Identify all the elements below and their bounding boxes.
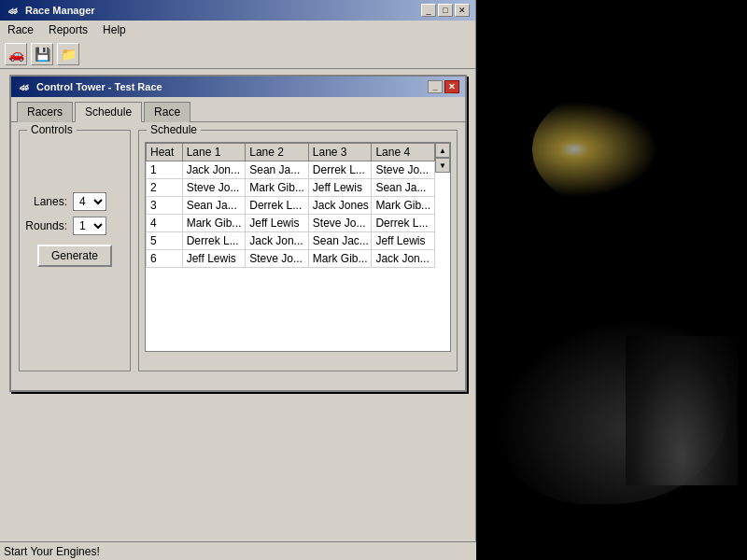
schedule-table: Heat Lane 1 Lane 2 Lane 3 Lane 4 1Jack J… [146, 143, 435, 268]
schedule-tbody: 1Jack Jon...Sean Ja...Derrek L...Steve J… [147, 161, 435, 268]
table-row: 4Mark Gib...Jeff LewisSteve Jo...Derrek … [147, 215, 435, 232]
generate-button[interactable]: Generate [37, 245, 112, 267]
table-header-row: Heat Lane 1 Lane 2 Lane 3 Lane 4 [147, 144, 435, 161]
col-lane1: Lane 1 [182, 144, 246, 161]
sub-window-control-tower: 🏎 Control Tower - Test Race _ ✕ Racers S… [9, 75, 467, 392]
scroll-up-arrow[interactable]: ▲ [435, 143, 450, 158]
cell-lane2: Derrek L... [246, 197, 309, 215]
schedule-table-wrapper: ▲ ▼ Heat Lane 1 Lane 2 Lane 3 [145, 142, 451, 352]
table-row: 3Sean Ja...Derrek L...Jack JonesMark Gib… [147, 197, 435, 215]
main-window: 🏎 Race Manager _ □ ✕ Race Reports Help 🚗… [0, 0, 476, 560]
light-glow [532, 93, 672, 205]
rounds-label: Rounds: [25, 219, 67, 232]
cell-lane4: Jack Jon... [372, 250, 435, 268]
cell-heat: 6 [147, 250, 183, 268]
toolbar-save-button[interactable]: 💾 [31, 43, 53, 65]
main-title-controls: _ □ ✕ [421, 4, 470, 17]
cell-lane1: Sean Ja... [182, 197, 246, 215]
toolbar-new-button[interactable]: 🚗 [5, 43, 27, 65]
car-body-shape [626, 336, 738, 485]
table-row: 6Jeff LewisSteve Jo...Mark Gib...Jack Jo… [147, 250, 435, 268]
cell-lane4: Mark Gib... [372, 197, 435, 215]
main-window-title: Race Manager [25, 5, 95, 16]
sub-minimize-button[interactable]: _ [428, 80, 443, 93]
cell-lane3: Jeff Lewis [308, 179, 372, 197]
menu-bar: Race Reports Help [0, 21, 475, 39]
close-button[interactable]: ✕ [455, 4, 470, 17]
schedule-panel: Schedule ▲ ▼ Heat Lane 1 [138, 130, 458, 371]
app-icon: 🏎 [6, 3, 21, 18]
cell-heat: 5 [147, 232, 183, 250]
cell-lane1: Derrek L... [182, 232, 246, 250]
cell-lane4: Sean Ja... [372, 179, 435, 197]
cell-lane2: Jack Jon... [246, 232, 309, 250]
cell-lane4: Jeff Lewis [372, 232, 435, 250]
minimize-button[interactable]: _ [421, 4, 436, 17]
cell-lane3: Steve Jo... [308, 215, 372, 232]
lanes-row: Lanes: 4 3 2 [25, 192, 124, 211]
background-dark [476, 0, 747, 560]
sub-window-title-left: 🏎 Control Tower - Test Race [17, 79, 162, 94]
status-text: Start Your Engines! [4, 545, 100, 558]
schedule-legend: Schedule [147, 123, 201, 136]
table-row: 2Steve Jo...Mark Gib...Jeff LewisSean Ja… [147, 179, 435, 197]
cell-lane2: Mark Gib... [246, 179, 309, 197]
cell-lane3: Mark Gib... [308, 250, 372, 268]
cell-lane1: Jack Jon... [182, 161, 246, 179]
menu-reports[interactable]: Reports [41, 21, 95, 38]
toolbar-open-button[interactable]: 📁 [57, 43, 79, 65]
cell-lane2: Jeff Lewis [246, 215, 309, 232]
col-lane2: Lane 2 [246, 144, 309, 161]
col-lane4: Lane 4 [372, 144, 435, 161]
cell-heat: 3 [147, 197, 183, 215]
lanes-label: Lanes: [25, 195, 67, 208]
controls-panel: Controls Lanes: 4 3 2 Rounds: 1 2 3 [19, 130, 131, 371]
cell-lane2: Sean Ja... [246, 161, 309, 179]
table-row: 1Jack Jon...Sean Ja...Derrek L...Steve J… [147, 161, 435, 179]
cell-lane1: Steve Jo... [182, 179, 246, 197]
cell-heat: 2 [147, 179, 183, 197]
rounds-row: Rounds: 1 2 3 [25, 217, 124, 235]
status-bar: Start Your Engines! [0, 541, 476, 560]
cell-heat: 1 [147, 161, 183, 179]
rounds-select[interactable]: 1 2 3 [73, 217, 106, 235]
sub-title-controls: _ ✕ [428, 80, 459, 93]
col-heat: Heat [147, 144, 183, 161]
cell-lane3: Sean Jac... [308, 232, 372, 250]
tab-schedule[interactable]: Schedule [75, 102, 142, 122]
sub-window-title: Control Tower - Test Race [36, 81, 162, 92]
cell-lane4: Derrek L... [372, 215, 435, 232]
sub-close-button[interactable]: ✕ [444, 80, 459, 93]
col-lane3: Lane 3 [308, 144, 372, 161]
cell-lane3: Derrek L... [308, 161, 372, 179]
menu-race[interactable]: Race [0, 21, 41, 38]
tab-bar: Racers Schedule Race [11, 97, 465, 121]
cell-heat: 4 [147, 215, 183, 232]
cell-lane1: Jeff Lewis [182, 250, 246, 268]
tab-racers[interactable]: Racers [17, 102, 73, 122]
maximize-button[interactable]: □ [438, 4, 453, 17]
cell-lane2: Steve Jo... [246, 250, 309, 268]
controls-legend: Controls [27, 123, 77, 136]
cell-lane4: Steve Jo... [372, 161, 435, 179]
scroll-down-arrow[interactable]: ▼ [435, 158, 450, 173]
menu-help[interactable]: Help [95, 21, 134, 38]
toolbar: 🚗 💾 📁 [0, 39, 475, 69]
cell-lane3: Jack Jones [308, 197, 372, 215]
sub-app-icon: 🏎 [17, 79, 32, 94]
cell-lane1: Mark Gib... [182, 215, 246, 232]
main-title-left: 🏎 Race Manager [6, 3, 95, 18]
scrollbar-vertical[interactable]: ▲ ▼ [435, 143, 450, 336]
tab-content-schedule: Controls Lanes: 4 3 2 Rounds: 1 2 3 [11, 121, 465, 379]
sub-window-title-bar: 🏎 Control Tower - Test Race _ ✕ [11, 77, 465, 97]
tab-race[interactable]: Race [144, 102, 190, 122]
lanes-select[interactable]: 4 3 2 [73, 192, 106, 211]
table-row: 5Derrek L...Jack Jon...Sean Jac...Jeff L… [147, 232, 435, 250]
main-title-bar: 🏎 Race Manager _ □ ✕ [0, 0, 475, 21]
